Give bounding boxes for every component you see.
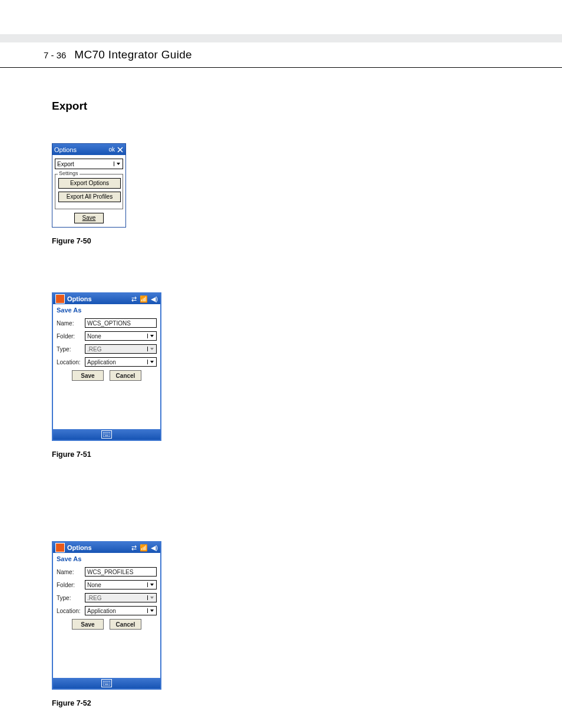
export-all-profiles-button[interactable]: Export All Profiles bbox=[58, 192, 121, 202]
save-button[interactable]: Save bbox=[74, 213, 104, 223]
bottom-bar bbox=[53, 429, 160, 440]
type-label: Type: bbox=[57, 595, 85, 601]
chevron-down-icon bbox=[147, 347, 156, 351]
fieldset-legend: Settings bbox=[58, 170, 80, 176]
location-select[interactable]: Application bbox=[85, 357, 157, 367]
title-bar: Options ⇄ 📶 ◀) bbox=[53, 294, 160, 304]
status-icons: ⇄ 📶 ◀) bbox=[131, 295, 158, 303]
location-label: Location: bbox=[57, 608, 85, 614]
folder-select[interactable]: None bbox=[85, 580, 157, 589]
figure-7-51: Options ⇄ 📶 ◀) Save As Name: WCS_OPTIONS… bbox=[52, 292, 562, 459]
save-button[interactable]: Save bbox=[72, 370, 104, 381]
folder-label: Folder: bbox=[57, 582, 85, 588]
save-button[interactable]: Save bbox=[72, 619, 104, 630]
chevron-down-icon bbox=[147, 595, 156, 600]
name-value: WCS_PROFILES bbox=[87, 569, 133, 575]
chevron-down-icon bbox=[147, 582, 156, 587]
sub-header: Save As bbox=[53, 553, 160, 565]
signal-icon: 📶 bbox=[140, 544, 148, 552]
location-value: Application bbox=[85, 608, 147, 614]
connectivity-icon: ⇄ bbox=[131, 544, 137, 552]
export-options-button[interactable]: Export Options bbox=[58, 178, 121, 189]
speaker-icon: ◀) bbox=[151, 295, 158, 303]
title-bar: Options ok bbox=[52, 144, 125, 155]
folder-label: Folder: bbox=[57, 333, 85, 340]
window-title: Options bbox=[67, 544, 131, 551]
cancel-button[interactable]: Cancel bbox=[110, 619, 141, 630]
type-select: .REG bbox=[85, 593, 157, 602]
cancel-button[interactable]: Cancel bbox=[110, 370, 141, 381]
page-number: 7 - 36 bbox=[44, 50, 66, 60]
settings-fieldset: Settings Export Options Export All Profi… bbox=[55, 174, 123, 209]
window-title: Options bbox=[67, 295, 131, 302]
chevron-down-icon bbox=[147, 334, 156, 338]
keyboard-icon[interactable] bbox=[101, 679, 112, 687]
mode-dropdown[interactable]: Export bbox=[55, 159, 123, 169]
connectivity-icon: ⇄ bbox=[131, 295, 137, 303]
app-icon bbox=[55, 543, 65, 552]
keyboard-icon[interactable] bbox=[101, 430, 112, 439]
window-title: Options bbox=[54, 146, 108, 153]
location-value: Application bbox=[85, 359, 147, 365]
type-label: Type: bbox=[57, 346, 85, 353]
dropdown-value: Export bbox=[55, 161, 114, 167]
name-field[interactable]: WCS_PROFILES bbox=[85, 567, 157, 577]
save-as-window: Options ⇄ 📶 ◀) Save As Name: WCS_PROFILE… bbox=[52, 541, 161, 690]
gray-top-band bbox=[0, 34, 562, 42]
location-select[interactable]: Application bbox=[85, 606, 157, 615]
guide-title: MC70 Integrator Guide bbox=[74, 48, 192, 61]
figure-7-50: Options ok Export Settings Export Option… bbox=[52, 143, 562, 245]
app-icon bbox=[55, 294, 65, 304]
status-icons: ⇄ 📶 ◀) bbox=[131, 544, 158, 552]
form-area: Name: WCS_PROFILES Folder: None Type: bbox=[53, 565, 160, 632]
title-bar: Options ⇄ 📶 ◀) bbox=[53, 542, 160, 553]
location-label: Location: bbox=[57, 359, 85, 365]
folder-value: None bbox=[85, 333, 147, 340]
chevron-down-icon bbox=[147, 608, 156, 613]
figure-caption: Figure 7-51 bbox=[52, 450, 562, 459]
save-as-window: Options ⇄ 📶 ◀) Save As Name: WCS_OPTIONS… bbox=[52, 292, 161, 441]
name-value: WCS_OPTIONS bbox=[87, 320, 131, 327]
chevron-down-icon bbox=[114, 162, 123, 166]
figure-7-52: Options ⇄ 📶 ◀) Save As Name: WCS_PROFILE… bbox=[52, 541, 562, 707]
name-field[interactable]: WCS_OPTIONS bbox=[85, 318, 157, 328]
page-header: 7 - 36 MC70 Integrator Guide bbox=[0, 42, 562, 68]
section-heading: Export bbox=[52, 100, 562, 113]
chevron-down-icon bbox=[147, 360, 156, 364]
folder-value: None bbox=[85, 582, 147, 588]
type-select: .REG bbox=[85, 344, 157, 354]
ok-button[interactable]: ok bbox=[108, 146, 115, 153]
form-area: Name: WCS_OPTIONS Folder: None Type: . bbox=[53, 316, 160, 383]
name-label: Name: bbox=[57, 320, 85, 327]
figure-caption: Figure 7-52 bbox=[52, 699, 562, 707]
type-value: .REG bbox=[85, 595, 147, 601]
sub-header: Save As bbox=[53, 304, 160, 316]
signal-icon: 📶 bbox=[140, 295, 148, 303]
options-window: Options ok Export Settings Export Option… bbox=[52, 143, 126, 228]
figure-caption: Figure 7-50 bbox=[52, 237, 562, 245]
speaker-icon: ◀) bbox=[151, 544, 158, 552]
folder-select[interactable]: None bbox=[85, 331, 157, 341]
name-label: Name: bbox=[57, 569, 85, 575]
bottom-bar bbox=[53, 678, 160, 689]
close-icon[interactable] bbox=[117, 146, 124, 153]
type-value: .REG bbox=[85, 346, 147, 353]
